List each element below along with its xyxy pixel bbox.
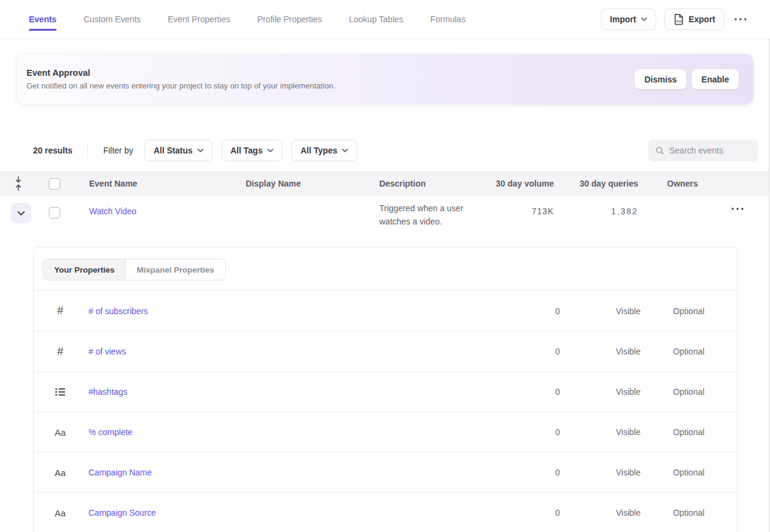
row-checkbox[interactable] xyxy=(49,207,60,218)
filters-bar: 20 results Filter by All Status All Tags… xyxy=(33,140,758,161)
tags-filter-label: All Tags xyxy=(231,146,262,155)
property-visibility[interactable]: Visible xyxy=(560,427,641,437)
banner-description: Get notified on all new events entering … xyxy=(26,81,335,90)
property-visibility[interactable]: Visible xyxy=(560,387,641,397)
tab-your-properties[interactable]: Your Properties xyxy=(43,259,125,280)
banner-actions: Dismiss Enable xyxy=(635,69,739,89)
properties-tabs-bar: Your Properties Mixpanel Properties xyxy=(34,247,737,291)
tab-event-properties[interactable]: Event Properties xyxy=(168,0,231,39)
property-visibility[interactable]: Visible xyxy=(560,468,641,477)
property-count: 0 xyxy=(524,306,560,316)
tags-filter-dropdown[interactable]: All Tags xyxy=(222,140,282,161)
banner-text: Event Approval Get notified on all new e… xyxy=(26,68,335,90)
collapse-all-icon[interactable] xyxy=(0,176,36,191)
property-visibility[interactable]: Visible xyxy=(560,347,641,356)
tab-formulas[interactable]: Formulas xyxy=(430,0,465,39)
property-row: Aa % complete 0 Visible Optional xyxy=(34,412,737,452)
select-all-checkbox[interactable] xyxy=(49,178,60,190)
chevron-down-icon xyxy=(641,17,647,21)
column-event-name: Event Name xyxy=(72,179,229,188)
event-30-day-volume: 713K xyxy=(467,196,554,216)
top-navigation: Events Custom Events Event Properties Pr… xyxy=(0,0,770,39)
chevron-down-icon xyxy=(267,149,273,152)
property-count: 0 xyxy=(524,508,560,518)
enable-button[interactable]: Enable xyxy=(692,69,739,89)
column-30-day-volume: 30 day volume xyxy=(467,179,554,188)
divider xyxy=(87,143,88,158)
lexicon-events-page: Events Custom Events Event Properties Pr… xyxy=(0,0,770,532)
types-filter-label: All Types xyxy=(300,146,337,155)
number-type-icon: # xyxy=(57,345,63,358)
column-owners: Owners xyxy=(638,179,726,188)
event-30-day-queries: 1,382 xyxy=(554,196,638,216)
import-button-label: Import xyxy=(610,14,636,24)
results-count: 20 results xyxy=(33,146,72,155)
property-row: #hashtags 0 Visible Optional xyxy=(34,371,737,412)
collapse-row-button[interactable] xyxy=(11,203,31,223)
property-row: Aa Campaign Source 0 Visible Optional xyxy=(34,492,737,532)
nav-more-menu-icon[interactable] xyxy=(733,15,748,23)
event-approval-banner: Event Approval Get notified on all new e… xyxy=(17,54,753,104)
property-row: # # of subscribers 0 Visible Optional xyxy=(34,291,737,331)
property-requirement[interactable]: Optional xyxy=(641,347,737,356)
search-events-box[interactable] xyxy=(648,140,758,161)
property-count: 0 xyxy=(524,347,560,356)
row-more-menu-icon[interactable] xyxy=(730,205,745,213)
export-button-label: Export xyxy=(689,14,715,24)
property-visibility[interactable]: Visible xyxy=(560,306,641,316)
text-type-icon: Aa xyxy=(55,468,66,478)
svg-text:csv: csv xyxy=(676,19,682,22)
property-requirement[interactable]: Optional xyxy=(641,508,737,518)
column-display-name: Display Name xyxy=(229,179,362,188)
property-requirement[interactable]: Optional xyxy=(641,468,737,477)
status-filter-dropdown[interactable]: All Status xyxy=(144,140,213,161)
text-type-icon: Aa xyxy=(55,508,66,518)
property-name-link[interactable]: Campaign Source xyxy=(87,508,524,518)
property-requirement[interactable]: Optional xyxy=(641,306,737,316)
property-requirement[interactable]: Optional xyxy=(641,427,737,437)
property-name-link[interactable]: #hashtags xyxy=(87,387,524,397)
text-type-icon: Aa xyxy=(55,427,66,438)
property-count: 0 xyxy=(524,387,560,397)
event-description: Triggered when a user watches a video. xyxy=(362,196,467,228)
events-table-header: Event Name Display Name Description 30 d… xyxy=(0,172,770,196)
types-filter-dropdown[interactable]: All Types xyxy=(291,140,357,161)
import-button[interactable]: Import xyxy=(601,8,656,30)
chevron-down-icon xyxy=(197,149,203,152)
banner-title: Event Approval xyxy=(26,68,335,78)
property-count: 0 xyxy=(524,468,560,477)
property-count: 0 xyxy=(524,427,560,437)
tab-custom-events[interactable]: Custom Events xyxy=(84,0,141,39)
search-icon xyxy=(656,146,664,155)
export-button[interactable]: csv Export xyxy=(665,8,724,30)
property-name-link[interactable]: # of views xyxy=(87,347,524,356)
tab-profile-properties[interactable]: Profile Properties xyxy=(257,0,321,39)
event-name-link[interactable]: Watch Video xyxy=(89,196,137,216)
event-row-watch-video: Watch Video Triggered when a user watche… xyxy=(0,196,770,247)
nav-actions: Import csv Export xyxy=(601,0,748,39)
filter-by-label: Filter by xyxy=(103,146,133,155)
dismiss-button[interactable]: Dismiss xyxy=(635,69,686,89)
column-description: Description xyxy=(362,179,467,188)
list-type-icon xyxy=(55,387,66,397)
properties-list: # # of subscribers 0 Visible Optional # … xyxy=(34,291,737,532)
properties-tab-switcher: Your Properties Mixpanel Properties xyxy=(43,259,226,280)
tab-mixpanel-properties[interactable]: Mixpanel Properties xyxy=(125,259,225,280)
property-row: Aa Campaign Name 0 Visible Optional xyxy=(34,452,737,492)
event-properties-panel: Your Properties Mixpanel Properties # # … xyxy=(33,247,737,532)
property-row: # # of views 0 Visible Optional xyxy=(34,331,737,371)
filter-dropdowns: All Status All Tags All Types xyxy=(144,140,357,161)
property-requirement[interactable]: Optional xyxy=(641,387,737,397)
property-visibility[interactable]: Visible xyxy=(560,508,641,518)
number-type-icon: # xyxy=(57,305,63,317)
property-name-link[interactable]: % complete xyxy=(87,427,524,437)
search-events-input[interactable] xyxy=(669,146,752,155)
csv-file-icon: csv xyxy=(674,14,684,25)
property-name-link[interactable]: Campaign Name xyxy=(87,468,524,477)
tab-events[interactable]: Events xyxy=(29,0,57,39)
status-filter-label: All Status xyxy=(154,146,193,155)
column-30-day-queries: 30 day queries xyxy=(554,179,638,188)
property-name-link[interactable]: # of subscribers xyxy=(87,306,524,316)
chevron-down-icon xyxy=(342,149,348,152)
tab-lookup-tables[interactable]: Lookup Tables xyxy=(349,0,403,39)
